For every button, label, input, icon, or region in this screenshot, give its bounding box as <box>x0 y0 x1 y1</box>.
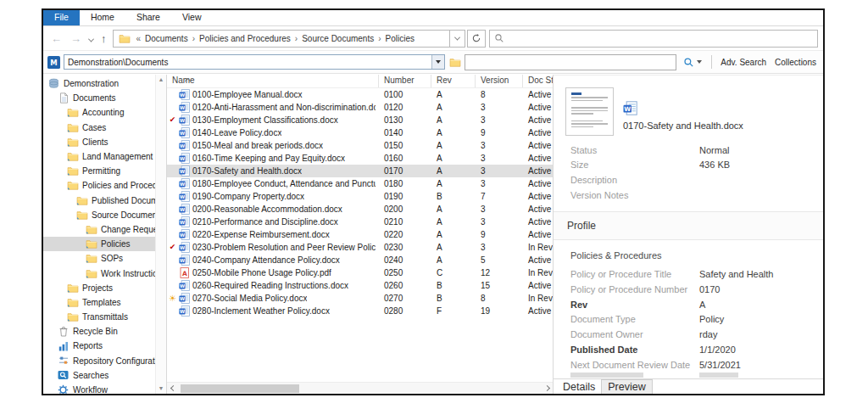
sidebar-item-source-documents[interactable]: Source Documents <box>43 208 155 222</box>
column-header-rev[interactable]: Rev <box>431 75 476 87</box>
advanced-search-link[interactable]: Adv. Search <box>718 58 769 67</box>
scroll-down-arrow-icon[interactable]: ▼ <box>156 384 166 394</box>
file-row-0240-comp[interactable]: W0240-Company Attendance Policy.docx0240… <box>167 254 553 266</box>
file-row-0130-empl[interactable]: ✔W0130-Employment Classifications.docx01… <box>167 114 553 126</box>
ribbon-tab-file[interactable]: File <box>43 10 80 25</box>
breadcrumb-chevron-icon[interactable]: › <box>377 34 381 43</box>
breadcrumb-segment-policies-and-procedures[interactable]: Policies and Procedures <box>199 34 291 43</box>
file-row-0190-comp[interactable]: W0190-Company Property.docx0190B7Active <box>167 190 553 203</box>
file-row-0260-requ[interactable]: W0260-Required Reading Instructions.docx… <box>167 279 553 292</box>
profile-section-header[interactable]: Profile <box>554 211 823 240</box>
file-row-0170-safe[interactable]: W0170-Safety and Health.docx0170A3Active <box>167 165 553 177</box>
sidebar-item-projects[interactable]: Projects <box>43 281 155 295</box>
sidebar-item-accounting[interactable]: Accounting <box>43 105 155 120</box>
sidebar-item-land-management[interactable]: Land Management <box>43 149 155 164</box>
file-row-0270-soci[interactable]: ☀W0270-Social Media Policy.docx0270B8In … <box>167 292 553 305</box>
sidebar-item-demonstration[interactable]: Demonstration <box>43 76 155 91</box>
sidebar-item-repository-configurati[interactable]: Repository Configurati <box>43 354 155 368</box>
name-cell: ☀W0270-Social Media Policy.docx <box>167 293 379 304</box>
name-cell: W0180-Employee Conduct, Attendance and P… <box>167 178 379 189</box>
tab-preview[interactable]: Preview <box>601 379 652 394</box>
back-button[interactable]: ← <box>48 33 64 44</box>
rev-cell: A <box>431 103 476 112</box>
breadcrumb-segment-source-documents[interactable]: Source Documents <box>302 34 374 43</box>
sidebar-item-transmittals[interactable]: Transmittals <box>43 310 155 324</box>
address-dropdown-button[interactable] <box>450 30 465 48</box>
sidebar-item-templates[interactable]: Templates <box>43 295 155 310</box>
file-row-0180-empl[interactable]: W0180-Employee Conduct, Attendance and P… <box>167 177 553 190</box>
sidebar-item-label: Cases <box>82 123 106 132</box>
ribbon-tab-home[interactable]: Home <box>80 10 125 25</box>
tab-details[interactable]: Details <box>557 379 601 394</box>
sidebar-item-work-instructions[interactable]: Work Instructions <box>43 266 155 280</box>
vault-search-input[interactable] <box>469 58 672 67</box>
sidebar-item-policies[interactable]: Policies <box>43 237 155 251</box>
file-row-0220-expe[interactable]: W0220-Expense Reimbursement.docx0220A9Ac… <box>167 228 553 241</box>
breadcrumb-chevron-icon[interactable]: › <box>192 34 196 43</box>
column-header-name[interactable]: Name <box>167 75 379 87</box>
vault-search-button[interactable] <box>680 57 705 68</box>
refresh-button[interactable] <box>467 30 486 48</box>
sidebar-item-clients[interactable]: Clients <box>43 135 155 149</box>
file-row-0120-anti[interactable]: W0120-Anti-Harassment and Non-discrimina… <box>167 101 553 114</box>
scrollbar-thumb[interactable] <box>181 384 299 393</box>
column-header-doc-status[interactable]: Doc Status <box>523 75 554 87</box>
search-scope-folder-icon[interactable] <box>448 58 461 67</box>
breadcrumb-prefix[interactable]: « <box>136 34 142 43</box>
file-row-0230-prob[interactable]: ✔W0230-Problem Resolution and Peer Revie… <box>167 241 553 254</box>
details-preview-tabs: DetailsPreview <box>554 378 823 394</box>
sidebar-item-sops[interactable]: SOPs <box>43 251 155 266</box>
version-cell: 7 <box>476 192 523 201</box>
file-row-0150-meal[interactable]: W0150-Meal and break periods.docx0150A3A… <box>167 139 553 152</box>
address-breadcrumb[interactable]: «Documents›Policies and Procedures›Sourc… <box>113 30 451 48</box>
scroll-left-arrow-icon[interactable] <box>167 386 179 390</box>
file-row-0250-mobi[interactable]: A0250-Mobile Phone Usage Policy.pdf0250C… <box>167 266 553 279</box>
up-button[interactable]: ↑ <box>98 33 109 44</box>
sidebar-scrollbar[interactable]: ▲ ▼ <box>155 75 166 394</box>
sidebar-item-permitting[interactable]: Permitting <box>43 164 155 178</box>
version-cell: 3 <box>476 179 523 188</box>
breadcrumb-segment-policies[interactable]: Policies <box>386 34 415 43</box>
sidebar-item-workflow[interactable]: Workflow <box>43 383 155 394</box>
explorer-search-box[interactable] <box>489 30 818 48</box>
search-options-arrow[interactable] <box>697 60 702 64</box>
word-file-icon: W <box>178 153 191 164</box>
sidebar-item-documents[interactable]: Documents <box>43 91 155 105</box>
vault-path-dropdown-button[interactable] <box>431 55 444 69</box>
sidebar-item-policies-and-procedu[interactable]: Policies and Procedu <box>43 178 155 193</box>
ribbon-tab-view[interactable]: View <box>171 10 213 25</box>
collections-link[interactable]: Collections <box>772 58 819 67</box>
file-name: 0180-Employee Conduct, Attendance and Pu… <box>192 179 376 188</box>
name-cell: W0240-Company Attendance Policy.docx <box>167 255 379 266</box>
file-row-0210-perf[interactable]: W0210-Performance and Discipline.docx021… <box>167 216 553 228</box>
ribbon-tab-share[interactable]: Share <box>125 10 171 25</box>
search-input[interactable] <box>508 34 813 43</box>
doc-status-cell: Active <box>523 217 554 227</box>
file-row-0200-reas[interactable]: W0200-Reasonable Accommodation.docx0200A… <box>167 203 553 216</box>
forward-button[interactable]: → <box>68 33 84 44</box>
file-row-0160-time[interactable]: W0160-Time Keeping and Pay Equity.docx01… <box>167 152 553 165</box>
file-row-0280-incl[interactable]: W0280-Inclement Weather Policy.docx0280F… <box>167 305 553 317</box>
recent-locations-button[interactable] <box>87 31 95 46</box>
sidebar-item-recycle-bin[interactable]: Recycle Bin <box>43 324 155 339</box>
breadcrumb-segment-documents[interactable]: Documents <box>145 34 188 43</box>
scroll-up-arrow-icon[interactable]: ▲ <box>156 75 166 85</box>
sidebar-item-searches[interactable]: Searches <box>43 368 155 383</box>
column-header-version[interactable]: Version <box>476 75 523 87</box>
sidebar-item-reports[interactable]: Reports <box>43 339 155 353</box>
column-header-number[interactable]: Number <box>379 75 431 87</box>
file-row-0140-leav[interactable]: W0140-Leave Policy.docx0140A9Active <box>167 126 553 139</box>
general-properties: StatusNormalSize436 KBDescriptionVersion… <box>554 143 823 203</box>
file-name: 0210-Performance and Discipline.docx <box>192 217 338 227</box>
sidebar-item-cases[interactable]: Cases <box>43 120 155 135</box>
sidebar-item-change-requests[interactable]: Change Requests <box>43 222 155 237</box>
breadcrumb-chevron-icon[interactable]: › <box>294 34 298 43</box>
word-file-icon: W <box>178 280 191 291</box>
scroll-right-arrow-icon[interactable] <box>541 386 553 390</box>
file-row-0100-empl[interactable]: W0100-Employee Manual.docx0100A8Active <box>167 88 553 101</box>
horizontal-scrollbar[interactable] <box>167 382 553 394</box>
sidebar-item-published-documer[interactable]: Published Documer <box>43 193 155 208</box>
scrollbar-track[interactable] <box>179 383 541 394</box>
vault-path-combo[interactable]: Demonstration\Documents <box>64 54 445 70</box>
vault-search-box[interactable] <box>465 54 676 70</box>
